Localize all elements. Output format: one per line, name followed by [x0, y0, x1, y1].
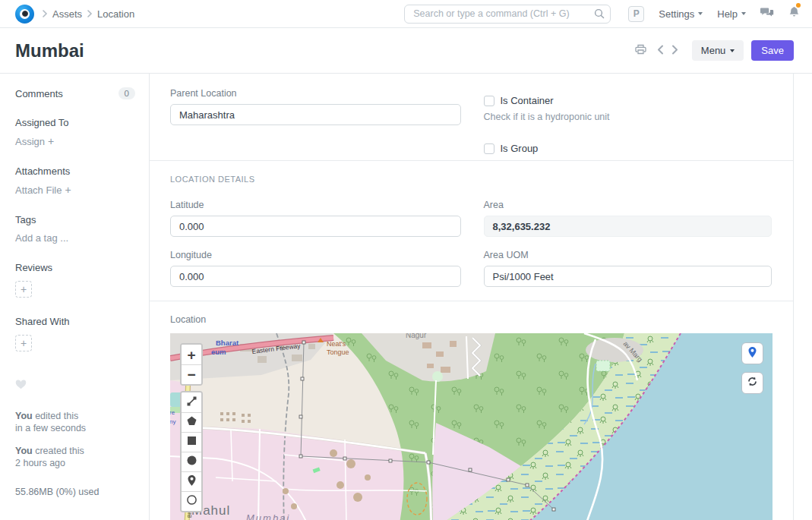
section-title: Location Details [170, 175, 772, 184]
map-canvas: Eastern Freeway Bharat eum Nagur Neat's … [170, 333, 773, 520]
navbar: Assets Location P Settings Help [0, 0, 812, 28]
comments-label: Comments [15, 88, 63, 99]
tags-label: Tags [15, 214, 135, 225]
area-uom-input[interactable] [484, 266, 773, 287]
is-container-description: Check if it is a hydroponic unit [484, 112, 773, 122]
breadcrumb-assets[interactable]: Assets [52, 8, 82, 20]
chevron-left-icon [657, 45, 664, 57]
edited-who: You [15, 411, 33, 421]
printer-icon [635, 44, 646, 57]
circle-icon [186, 455, 197, 469]
attach-file-link[interactable]: Attach File [15, 184, 135, 196]
created-who: You [15, 446, 33, 456]
comments-row[interactable]: Comments 0 [15, 87, 135, 99]
draw-circlemarker-button[interactable] [182, 491, 201, 511]
prev-record-button[interactable] [653, 45, 668, 57]
draw-marker-button[interactable] [182, 471, 201, 491]
share-button[interactable]: + [15, 335, 32, 351]
is-container-label: Is Container [501, 95, 554, 106]
checkbox-icon [484, 143, 494, 154]
map-zoom-control: + − [180, 343, 203, 386]
search-icon [594, 8, 605, 22]
chat-icon[interactable] [760, 7, 774, 21]
area-label: Area [484, 200, 773, 210]
longitude-input[interactable] [170, 266, 461, 287]
notification-dot [796, 3, 801, 8]
help-menu[interactable]: Help [717, 8, 746, 20]
parent-location-input[interactable] [170, 104, 461, 125]
section-map: Location [150, 301, 793, 520]
page-title: Mumbai [15, 40, 84, 61]
add-review-button[interactable]: + [15, 281, 32, 298]
edited-info: You edited this in a few seconds [15, 411, 135, 434]
user-avatar[interactable]: P [628, 6, 644, 22]
save-button[interactable]: Save [751, 40, 794, 61]
created-what: created this [35, 446, 84, 456]
zoom-in-button[interactable]: + [182, 345, 201, 364]
map-refresh-button[interactable] [741, 372, 763, 394]
minus-icon: − [187, 367, 195, 382]
next-record-button[interactable] [668, 45, 682, 57]
plus-icon: + [21, 283, 27, 295]
location-map-label: Location [170, 314, 772, 325]
settings-label: Settings [659, 8, 694, 20]
polygon-icon [186, 415, 197, 430]
edited-what: edited this [35, 411, 78, 421]
zoom-out-button[interactable]: − [182, 364, 201, 384]
refresh-icon [747, 376, 758, 390]
assigned-to-label: Assigned To [15, 117, 135, 128]
section-basic: Parent Location Is Container Check if it… [150, 74, 793, 161]
location-map[interactable]: Eastern Freeway Bharat eum Nagur Neat's … [170, 333, 773, 520]
menu-label: Menu [701, 45, 726, 56]
breadcrumb-location[interactable]: Location [97, 8, 134, 20]
reviews-label: Reviews [15, 262, 135, 273]
edited-when: in a few seconds [15, 423, 86, 433]
like-heart-icon[interactable] [15, 379, 135, 392]
storage-usage: 55.86MB (0%) used [15, 487, 135, 497]
plus-icon: + [21, 337, 27, 349]
help-label: Help [717, 8, 738, 20]
print-button[interactable] [631, 44, 650, 57]
form-body: Parent Location Is Container Check if it… [150, 74, 794, 520]
area-uom-label: Area UOM [484, 250, 773, 260]
latitude-input[interactable] [170, 216, 461, 237]
created-when: 2 hours ago [15, 458, 65, 468]
page-header: Mumbai Menu Save [0, 28, 812, 74]
location-pin-icon [747, 346, 757, 361]
settings-menu[interactable]: Settings [659, 8, 703, 20]
chevron-right-icon [42, 10, 48, 17]
is-group-checkbox[interactable]: Is Group [484, 143, 773, 154]
latitude-label: Latitude [170, 200, 461, 210]
draw-polygon-button[interactable] [182, 412, 201, 432]
checkbox-icon [484, 96, 494, 106]
draw-circle-button[interactable] [182, 452, 201, 471]
is-group-label: Is Group [501, 143, 539, 154]
map-draw-toolbar [180, 391, 203, 512]
global-search [404, 5, 611, 24]
draw-polyline-button[interactable] [182, 392, 201, 412]
assign-link[interactable]: Assign [15, 135, 135, 147]
is-container-checkbox[interactable]: Is Container [484, 95, 773, 106]
created-info: You created this 2 hours ago [15, 446, 135, 469]
draw-rectangle-button[interactable] [182, 432, 201, 452]
search-input[interactable] [404, 5, 611, 24]
menu-button[interactable]: Menu [692, 40, 744, 61]
chevron-down-icon [730, 49, 735, 52]
form-sidebar: Comments 0 Assigned To Assign Attachment… [0, 74, 150, 520]
chevron-right-icon [671, 45, 678, 57]
comments-count-badge: 0 [118, 87, 135, 99]
chevron-down-icon [741, 12, 746, 15]
parent-location-label: Parent Location [170, 88, 461, 99]
longitude-label: Longitude [170, 250, 461, 260]
app-logo[interactable] [15, 5, 34, 24]
breadcrumb: Assets Location [42, 8, 134, 20]
plus-icon: + [187, 348, 195, 362]
circlemarker-icon [186, 494, 197, 509]
area-value: 8,32,635.232 [484, 216, 773, 237]
chevron-down-icon [698, 12, 703, 15]
section-location-details: Location Details Latitude Area 8,32,635.… [150, 161, 793, 301]
map-locate-button[interactable] [741, 342, 763, 364]
add-tag-link[interactable]: Add a tag ... [15, 232, 135, 244]
rectangle-icon [186, 435, 197, 449]
notifications-bell[interactable] [788, 6, 800, 21]
